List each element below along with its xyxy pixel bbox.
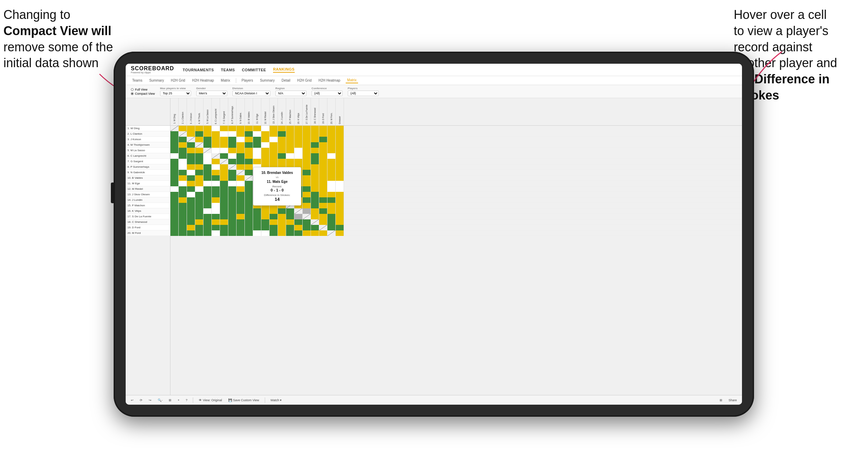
- cell-15-21[interactable]: [336, 203, 344, 208]
- cell-18-12[interactable]: [261, 219, 270, 225]
- cell-7-10[interactable]: [245, 159, 253, 164]
- cell-7-8[interactable]: [228, 159, 237, 164]
- cell-11-20[interactable]: [327, 181, 336, 186]
- cell-3-20[interactable]: [327, 137, 336, 142]
- cell-20-1[interactable]: [170, 230, 179, 236]
- cell-19-10[interactable]: [245, 225, 253, 230]
- cell-7-20[interactable]: [327, 159, 336, 164]
- cell-20-4[interactable]: [195, 230, 203, 236]
- cell-18-20[interactable]: [327, 219, 336, 225]
- cell-20-10[interactable]: [245, 230, 253, 236]
- cell-13-18[interactable]: [311, 192, 319, 197]
- cell-9-17[interactable]: [303, 170, 311, 175]
- zoom-reset-button[interactable]: ⊞: [167, 398, 173, 403]
- cell-2-15[interactable]: [286, 131, 294, 137]
- cell-19-1[interactable]: [170, 225, 179, 230]
- cell-11-2[interactable]: [179, 181, 187, 186]
- cell-15-4[interactable]: [195, 203, 203, 208]
- cell-7-13[interactable]: [270, 159, 278, 164]
- cell-18-2[interactable]: [179, 219, 187, 225]
- cell-3-9[interactable]: [237, 137, 245, 142]
- cell-2-20[interactable]: [327, 131, 336, 137]
- cell-4-18[interactable]: [311, 142, 319, 148]
- cell-20-7[interactable]: [220, 230, 228, 236]
- cell-8-19[interactable]: [319, 164, 327, 170]
- cell-3-16[interactable]: [294, 137, 303, 142]
- cell-1-9[interactable]: [237, 126, 245, 131]
- cell-10-9[interactable]: [237, 175, 245, 181]
- cell-3-8[interactable]: [228, 137, 237, 142]
- cell-1-17[interactable]: [303, 126, 311, 131]
- cell-20-19[interactable]: [319, 230, 327, 236]
- cell-9-7[interactable]: [220, 170, 228, 175]
- cell-6-12[interactable]: [261, 153, 270, 159]
- cell-6-2[interactable]: [179, 153, 187, 159]
- cell-6-10[interactable]: [245, 153, 253, 159]
- cell-16-12[interactable]: [261, 208, 270, 214]
- cell-18-19[interactable]: [319, 219, 327, 225]
- cell-20-20[interactable]: [327, 230, 336, 236]
- cell-14-8[interactable]: [228, 197, 237, 203]
- cell-16-20[interactable]: [327, 208, 336, 214]
- cell-17-17[interactable]: [303, 214, 311, 219]
- cell-2-7[interactable]: [220, 131, 228, 137]
- cell-9-9[interactable]: [237, 170, 245, 175]
- cell-14-1[interactable]: [170, 197, 179, 203]
- cell-12-17[interactable]: [303, 186, 311, 192]
- cell-17-10[interactable]: [245, 214, 253, 219]
- cell-11-5[interactable]: [203, 181, 212, 186]
- cell-4-2[interactable]: [179, 142, 187, 148]
- cell-3-10[interactable]: [245, 137, 253, 142]
- cell-9-5[interactable]: [203, 170, 212, 175]
- cell-15-10[interactable]: [245, 203, 253, 208]
- cell-19-18[interactable]: [311, 225, 319, 230]
- cell-11-17[interactable]: [303, 181, 311, 186]
- cell-13-8[interactable]: [228, 192, 237, 197]
- cell-5-15[interactable]: [286, 148, 294, 153]
- cell-16-17[interactable]: [303, 208, 311, 214]
- cell-12-19[interactable]: [319, 186, 327, 192]
- cell-14-2[interactable]: [179, 197, 187, 203]
- cell-11-4[interactable]: [195, 181, 203, 186]
- cell-13-19[interactable]: [319, 192, 327, 197]
- cell-8-7[interactable]: [220, 164, 228, 170]
- cell-14-5[interactable]: [203, 197, 212, 203]
- cell-8-4[interactable]: [195, 164, 203, 170]
- cell-17-11[interactable]: [253, 214, 261, 219]
- cell-12-5[interactable]: [203, 186, 212, 192]
- cell-7-16[interactable]: [294, 159, 303, 164]
- cell-1-16[interactable]: [294, 126, 303, 131]
- cell-14-17[interactable]: [303, 197, 311, 203]
- cell-9-1[interactable]: [170, 170, 179, 175]
- cell-19-7[interactable]: [220, 225, 228, 230]
- watch-button[interactable]: Watch ▾: [269, 398, 284, 403]
- cell-7-18[interactable]: [311, 159, 319, 164]
- cell-20-13[interactable]: [270, 230, 278, 236]
- cell-4-10[interactable]: [245, 142, 253, 148]
- radio-full-view[interactable]: Full View: [131, 88, 155, 91]
- cell-9-6[interactable]: [212, 170, 220, 175]
- subtab-matrix2[interactable]: Matrix: [346, 77, 358, 83]
- cell-7-11[interactable]: [253, 159, 261, 164]
- filter-region-select[interactable]: N/A: [275, 91, 306, 96]
- cell-4-9[interactable]: [237, 142, 245, 148]
- cell-9-3[interactable]: [187, 170, 195, 175]
- cell-18-10[interactable]: [245, 219, 253, 225]
- cell-6-15[interactable]: [286, 153, 294, 159]
- cell-2-11[interactable]: [253, 131, 261, 137]
- cell-14-20[interactable]: [327, 197, 336, 203]
- cell-5-12[interactable]: [261, 148, 270, 153]
- cell-16-18[interactable]: [311, 208, 319, 214]
- cell-18-9[interactable]: [237, 219, 245, 225]
- cell-13-7[interactable]: [220, 192, 228, 197]
- cell-4-1[interactable]: [170, 142, 179, 148]
- cell-4-6[interactable]: [212, 142, 220, 148]
- cell-19-14[interactable]: [278, 225, 286, 230]
- cell-19-12[interactable]: [261, 225, 270, 230]
- cell-10-20[interactable]: [327, 175, 336, 181]
- cell-10-18[interactable]: [311, 175, 319, 181]
- cell-5-8[interactable]: [228, 148, 237, 153]
- cell-18-6[interactable]: [212, 219, 220, 225]
- cell-13-3[interactable]: [187, 192, 195, 197]
- cell-14-3[interactable]: [187, 197, 195, 203]
